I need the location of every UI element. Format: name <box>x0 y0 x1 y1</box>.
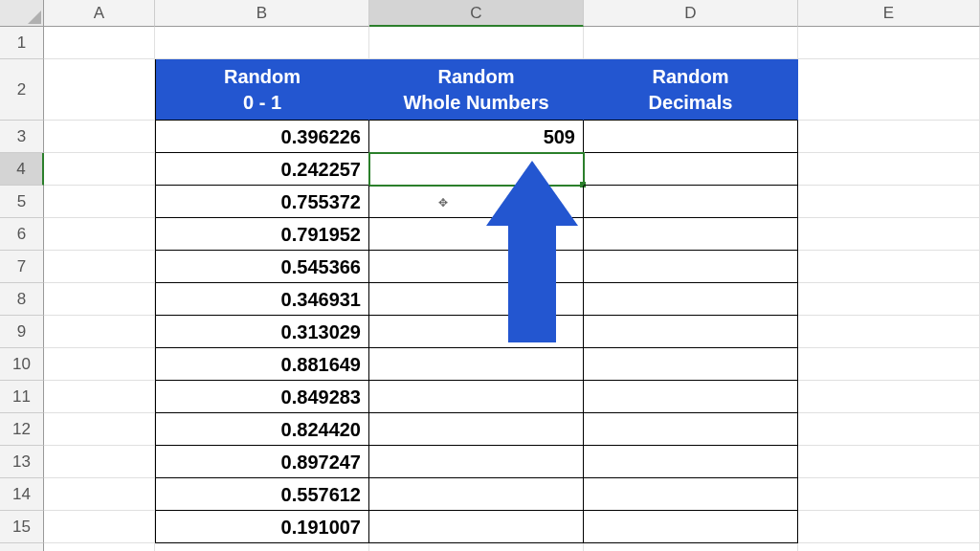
cell-c13[interactable] <box>369 446 584 478</box>
cell-c10[interactable] <box>369 348 584 381</box>
cell-b6[interactable]: 0.791952 <box>155 218 369 251</box>
cell-e14[interactable] <box>798 478 980 511</box>
cell-a4[interactable] <box>44 153 155 186</box>
cell-a11[interactable] <box>44 381 155 413</box>
col-header-c[interactable]: C <box>369 0 584 27</box>
row-header-13[interactable]: 13 <box>0 446 44 478</box>
cell-c7[interactable] <box>369 251 584 283</box>
row-header-14[interactable]: 14 <box>0 478 44 511</box>
cell-d2-header[interactable]: Random Decimals <box>584 59 798 121</box>
row-header-1[interactable]: 1 <box>0 27 44 59</box>
cell-b8[interactable]: 0.346931 <box>155 283 369 316</box>
cell-a2[interactable] <box>44 59 155 121</box>
cell-d9[interactable] <box>584 316 798 348</box>
col-header-e[interactable]: E <box>798 0 980 27</box>
cell-b11[interactable]: 0.849283 <box>155 381 369 413</box>
spreadsheet-grid[interactable]: A B C D E 1 2 Random 0 - 1 Random Whole … <box>0 0 980 551</box>
cell-b13[interactable]: 0.897247 <box>155 446 369 478</box>
cell-a14[interactable] <box>44 478 155 511</box>
cell-a6[interactable] <box>44 218 155 251</box>
cell-a12[interactable] <box>44 413 155 446</box>
cell-b9[interactable]: 0.313029 <box>155 316 369 348</box>
cell-a9[interactable] <box>44 316 155 348</box>
cell-b7[interactable]: 0.545366 <box>155 251 369 283</box>
cell-a7[interactable] <box>44 251 155 283</box>
cell-d14[interactable] <box>584 478 798 511</box>
row-header-16[interactable]: 16 <box>0 543 44 551</box>
cell-b16[interactable] <box>155 543 369 551</box>
cell-c1[interactable] <box>369 27 584 59</box>
cell-b4[interactable]: 0.242257 <box>155 153 369 186</box>
cell-d5[interactable] <box>584 186 798 218</box>
cell-d16[interactable] <box>584 543 798 551</box>
cell-a10[interactable] <box>44 348 155 381</box>
row-header-7[interactable]: 7 <box>0 251 44 283</box>
cell-c5[interactable] <box>369 186 584 218</box>
cell-a1[interactable] <box>44 27 155 59</box>
cell-e5[interactable] <box>798 186 980 218</box>
cell-c4-active[interactable] <box>369 153 584 186</box>
cell-a5[interactable] <box>44 186 155 218</box>
cell-e7[interactable] <box>798 251 980 283</box>
cell-e13[interactable] <box>798 446 980 478</box>
cell-a16[interactable] <box>44 543 155 551</box>
cell-c16[interactable] <box>369 543 584 551</box>
cell-e4[interactable] <box>798 153 980 186</box>
cell-c9[interactable] <box>369 316 584 348</box>
cell-e1[interactable] <box>798 27 980 59</box>
row-header-10[interactable]: 10 <box>0 348 44 381</box>
cell-e2[interactable] <box>798 59 980 121</box>
cell-d12[interactable] <box>584 413 798 446</box>
cell-e12[interactable] <box>798 413 980 446</box>
cell-b2-header[interactable]: Random 0 - 1 <box>155 59 369 121</box>
col-header-b[interactable]: B <box>155 0 369 27</box>
cell-e10[interactable] <box>798 348 980 381</box>
cell-a13[interactable] <box>44 446 155 478</box>
cell-b5[interactable]: 0.755372 <box>155 186 369 218</box>
row-header-6[interactable]: 6 <box>0 218 44 251</box>
cell-b14[interactable]: 0.557612 <box>155 478 369 511</box>
select-all-corner[interactable] <box>0 0 44 27</box>
row-header-9[interactable]: 9 <box>0 316 44 348</box>
cell-d4[interactable] <box>584 153 798 186</box>
row-header-3[interactable]: 3 <box>0 121 44 153</box>
cell-c3[interactable]: 509 <box>369 121 584 153</box>
col-header-a[interactable]: A <box>44 0 155 27</box>
row-header-5[interactable]: 5 <box>0 186 44 218</box>
cell-b12[interactable]: 0.824420 <box>155 413 369 446</box>
row-header-4[interactable]: 4 <box>0 153 44 186</box>
cell-e11[interactable] <box>798 381 980 413</box>
row-header-8[interactable]: 8 <box>0 283 44 316</box>
cell-e9[interactable] <box>798 316 980 348</box>
cell-d13[interactable] <box>584 446 798 478</box>
cell-c8[interactable] <box>369 283 584 316</box>
cell-c12[interactable] <box>369 413 584 446</box>
row-header-15[interactable]: 15 <box>0 511 44 543</box>
cell-b10[interactable]: 0.881649 <box>155 348 369 381</box>
cell-a8[interactable] <box>44 283 155 316</box>
col-header-d[interactable]: D <box>584 0 798 27</box>
row-header-11[interactable]: 11 <box>0 381 44 413</box>
cell-a15[interactable] <box>44 511 155 543</box>
cell-d11[interactable] <box>584 381 798 413</box>
cell-e15[interactable] <box>798 511 980 543</box>
cell-c11[interactable] <box>369 381 584 413</box>
cell-c6[interactable] <box>369 218 584 251</box>
cell-d1[interactable] <box>584 27 798 59</box>
cell-b1[interactable] <box>155 27 369 59</box>
cell-c15[interactable] <box>369 511 584 543</box>
cell-d8[interactable] <box>584 283 798 316</box>
row-header-2[interactable]: 2 <box>0 59 44 121</box>
cell-d10[interactable] <box>584 348 798 381</box>
cell-e3[interactable] <box>798 121 980 153</box>
cell-c14[interactable] <box>369 478 584 511</box>
cell-e16[interactable] <box>798 543 980 551</box>
cell-d7[interactable] <box>584 251 798 283</box>
row-header-12[interactable]: 12 <box>0 413 44 446</box>
cell-e6[interactable] <box>798 218 980 251</box>
cell-e8[interactable] <box>798 283 980 316</box>
cell-d6[interactable] <box>584 218 798 251</box>
cell-a3[interactable] <box>44 121 155 153</box>
cell-d15[interactable] <box>584 511 798 543</box>
cell-b15[interactable]: 0.191007 <box>155 511 369 543</box>
